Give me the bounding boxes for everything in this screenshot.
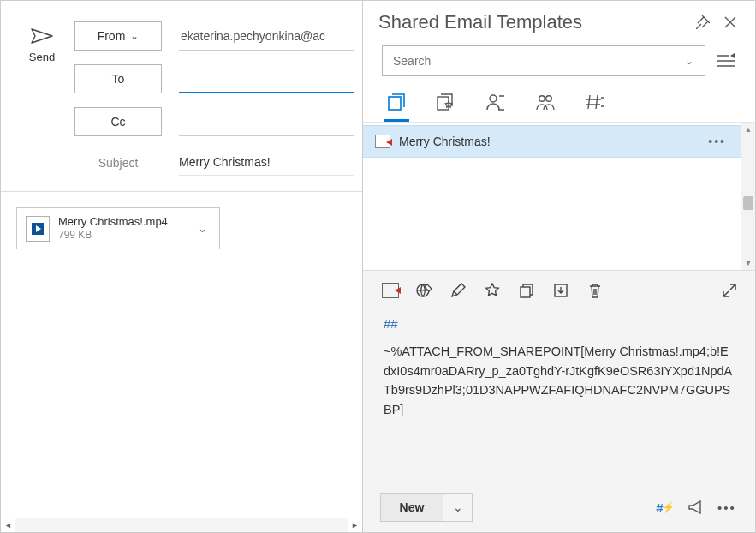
- copy-button[interactable]: [517, 281, 536, 300]
- from-button[interactable]: From ⌄: [74, 21, 162, 51]
- manage-selection-button[interactable]: [716, 51, 736, 71]
- from-label: From: [98, 29, 126, 43]
- chevron-down-icon: ⌄: [130, 30, 139, 42]
- subject-label: Subject: [74, 156, 162, 170]
- tab-my-templates[interactable]: [483, 89, 509, 122]
- insert-template-icon: [375, 135, 390, 148]
- from-input[interactable]: [179, 21, 354, 51]
- video-file-icon: [26, 216, 50, 242]
- svg-rect-0: [389, 97, 401, 110]
- paste-template-button[interactable]: [382, 283, 399, 298]
- cc-label: Cc: [110, 115, 125, 129]
- tab-favorites[interactable]: [433, 89, 459, 122]
- subject-row: Subject Merry Christmas!: [74, 143, 354, 183]
- tabs: [363, 85, 755, 123]
- cc-button[interactable]: Cc: [74, 107, 162, 136]
- template-list-container: Merry Christmas! ••• ▲ ▼: [363, 123, 755, 270]
- templates-panel: Shared Email Templates ⌄: [363, 1, 755, 532]
- cc-input[interactable]: [179, 107, 354, 136]
- scroll-right-button[interactable]: ►: [348, 518, 362, 533]
- template-item-name: Merry Christmas!: [399, 135, 696, 148]
- compose-fields: From ⌄ To Cc Subject Merry Christmas!: [74, 15, 354, 183]
- svg-point-3: [539, 95, 545, 101]
- close-button[interactable]: [721, 13, 740, 32]
- horizontal-scrollbar[interactable]: ◄ ►: [1, 518, 362, 532]
- template-list: Merry Christmas! •••: [363, 123, 741, 270]
- tab-tags[interactable]: [582, 89, 608, 122]
- to-input[interactable]: [179, 64, 354, 93]
- edit-html-button[interactable]: [414, 281, 433, 300]
- template-detail: ## ~%ATTACH_FROM_SHAREPOINT[Merry Christ…: [363, 270, 755, 532]
- import-button[interactable]: [551, 281, 570, 300]
- template-item-menu-button[interactable]: •••: [705, 131, 729, 152]
- attachment-item[interactable]: Merry Christmas!.mp4 799 KB ⌄: [16, 207, 220, 249]
- svg-rect-6: [521, 287, 530, 297]
- svg-point-2: [490, 95, 497, 102]
- tab-team-templates[interactable]: [533, 89, 558, 122]
- template-tags: ##: [384, 314, 735, 333]
- send-button[interactable]: Send: [16, 15, 68, 69]
- scroll-down-button[interactable]: ▼: [741, 256, 755, 270]
- expand-button[interactable]: [723, 284, 736, 297]
- search-box: ⌄: [382, 45, 705, 76]
- search-dropdown-button[interactable]: ⌄: [674, 46, 705, 75]
- scroll-left-button[interactable]: ◄: [1, 518, 15, 533]
- favorite-button[interactable]: [483, 281, 502, 300]
- templates-header: Shared Email Templates: [363, 1, 755, 40]
- to-button[interactable]: To: [74, 64, 162, 93]
- attachment-size: 799 KB: [58, 229, 186, 242]
- new-dropdown-button[interactable]: ⌄: [443, 493, 473, 522]
- search-row: ⌄: [363, 40, 755, 85]
- edit-button[interactable]: [449, 281, 467, 300]
- compose-panel: Send From ⌄ To Cc: [1, 1, 363, 532]
- cc-row: Cc: [74, 100, 354, 143]
- detail-footer: New ⌄ #⚡ •••: [363, 486, 755, 532]
- announce-button[interactable]: [685, 496, 707, 518]
- template-body: ## ~%ATTACH_FROM_SHAREPOINT[Merry Christ…: [363, 310, 755, 486]
- panel-title: Shared Email Templates: [378, 11, 685, 33]
- macro-button[interactable]: #⚡: [654, 496, 676, 518]
- search-input[interactable]: [383, 46, 674, 75]
- template-item[interactable]: Merry Christmas! •••: [363, 125, 741, 158]
- to-label: To: [112, 72, 125, 86]
- detail-toolbar: [363, 271, 755, 310]
- to-row: To: [74, 57, 354, 100]
- delete-button[interactable]: [586, 281, 604, 300]
- more-button[interactable]: •••: [716, 496, 738, 518]
- scroll-up-button[interactable]: ▲: [741, 123, 755, 136]
- svg-point-4: [546, 95, 552, 101]
- attachment-text: Merry Christmas!.mp4 799 KB: [58, 215, 186, 242]
- new-button[interactable]: New: [380, 493, 443, 522]
- subject-input[interactable]: Merry Christmas!: [179, 150, 354, 176]
- compose-header: Send From ⌄ To Cc: [1, 1, 362, 191]
- attachment-menu-button[interactable]: ⌄: [194, 219, 211, 238]
- pin-button[interactable]: [693, 13, 712, 32]
- from-row: From ⌄: [74, 15, 354, 57]
- send-label: Send: [29, 51, 55, 63]
- attachment-name: Merry Christmas!.mp4: [58, 215, 186, 229]
- vertical-scrollbar[interactable]: ▲ ▼: [741, 123, 755, 270]
- template-content: ~%ATTACH_FROM_SHAREPOINT[Merry Christmas…: [384, 342, 735, 419]
- scroll-track[interactable]: [15, 518, 348, 533]
- tab-all-templates[interactable]: [384, 89, 409, 122]
- attachment-area: Merry Christmas!.mp4 799 KB ⌄: [1, 192, 362, 265]
- send-icon: [31, 28, 53, 44]
- scroll-thumb[interactable]: [743, 196, 753, 210]
